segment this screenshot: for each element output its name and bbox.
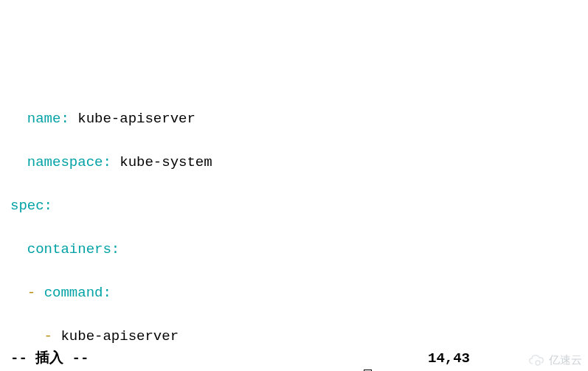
yaml-line-name: name: kube-apiserver (10, 108, 588, 130)
yaml-line-spec: spec: (10, 195, 588, 217)
yaml-key: command (44, 285, 103, 301)
yaml-line-command: - command: (10, 282, 588, 304)
yaml-value: kube-apiserver (77, 111, 196, 127)
yaml-line-namespace: namespace: kube-system (10, 152, 588, 173)
yaml-key: namespace (27, 154, 103, 170)
watermark-logo: 亿速云 (527, 351, 582, 368)
cursor-position: 14,43 (428, 348, 470, 370)
yaml-key: spec (10, 198, 44, 214)
yaml-line-item: - kube-apiserver (10, 326, 588, 347)
watermark-text: 亿速云 (549, 351, 582, 368)
yaml-line-containers: containers: (10, 239, 588, 260)
yaml-value: kube-apiserver (60, 328, 179, 344)
yaml-code-block[interactable]: name: kube-apiserver namespace: kube-sys… (0, 87, 588, 371)
dash-icon: - (44, 328, 52, 344)
cloud-icon (527, 353, 547, 366)
yaml-key: containers (27, 241, 111, 257)
dash-icon: - (27, 285, 35, 301)
vim-mode-indicator: -- 插入 -- (10, 348, 578, 370)
yaml-value: kube-system (120, 154, 212, 170)
yaml-key: name (27, 111, 61, 127)
